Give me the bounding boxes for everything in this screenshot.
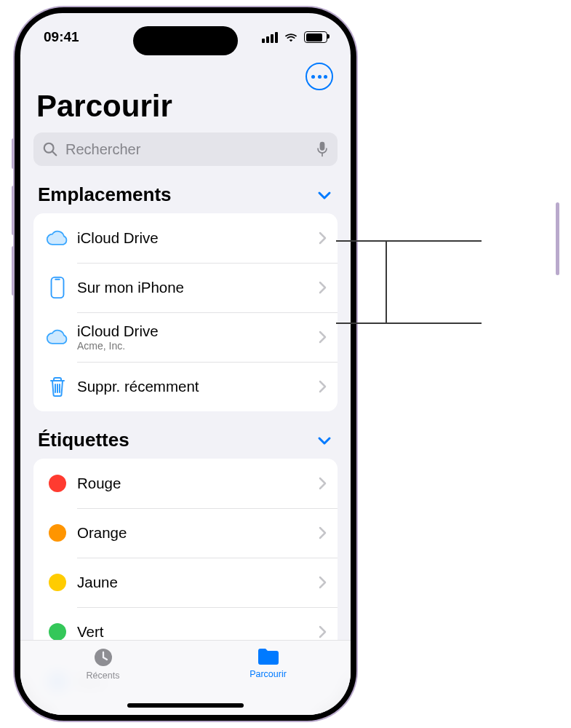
side-button-power <box>556 202 559 275</box>
tags-header[interactable]: Étiquettes <box>38 429 333 451</box>
tab-label: Parcourir <box>249 669 287 679</box>
location-on-my-iphone[interactable]: Sur mon iPhone <box>33 263 338 312</box>
tab-bar: Récents Parcourir <box>20 640 351 715</box>
dynamic-island <box>133 26 238 55</box>
list-item-label: Jaune <box>77 574 319 591</box>
more-menu-button[interactable] <box>306 63 333 90</box>
search-input[interactable] <box>64 141 310 159</box>
list-item-label: Vert <box>77 623 319 641</box>
color-dot-icon <box>49 475 66 492</box>
ellipsis-icon <box>311 75 327 79</box>
chevron-right-icon <box>319 576 327 589</box>
iphone-icon <box>44 276 71 299</box>
icloud-icon <box>44 229 71 248</box>
list-item-label: iCloud Drive <box>77 323 319 340</box>
tag-jaune[interactable]: Jaune <box>33 558 338 607</box>
locations-header[interactable]: Emplacements <box>38 183 333 206</box>
tab-label: Récents <box>87 670 120 681</box>
color-dot-icon <box>49 574 66 591</box>
chevron-right-icon <box>319 380 327 393</box>
chevron-down-icon <box>316 432 333 449</box>
battery-icon <box>304 31 327 43</box>
list-item-label: Rouge <box>77 475 319 492</box>
chevron-down-icon <box>316 186 333 204</box>
cellular-signal-icon <box>262 32 278 43</box>
content-scroll: Parcourir Emplacements <box>20 13 351 715</box>
tab-browse[interactable]: Parcourir <box>185 646 351 679</box>
chevron-right-icon <box>319 331 327 344</box>
screen: 09:41 Parcourir <box>20 13 351 715</box>
icloud-icon <box>44 328 71 347</box>
callout-leader <box>336 323 482 324</box>
color-dot-icon <box>49 623 66 641</box>
chevron-right-icon <box>319 281 327 294</box>
list-item-label: Suppr. récemment <box>77 378 319 395</box>
location-recently-deleted[interactable]: Suppr. récemment <box>33 362 338 411</box>
wifi-icon <box>284 32 298 42</box>
home-indicator[interactable] <box>127 703 244 708</box>
search-icon <box>42 141 58 157</box>
tag-orange[interactable]: Orange <box>33 508 338 558</box>
locations-list: iCloud Drive Sur mon iPhone <box>33 213 338 411</box>
tag-rouge[interactable]: Rouge <box>33 459 338 508</box>
svg-rect-2 <box>320 142 325 151</box>
chevron-right-icon <box>319 232 327 245</box>
chevron-right-icon <box>319 625 327 638</box>
callout-leader <box>386 240 387 323</box>
list-item-sublabel: Acme, Inc. <box>77 340 319 352</box>
page-title: Parcourir <box>36 89 338 124</box>
mic-icon[interactable] <box>316 141 329 157</box>
trash-icon <box>44 376 71 397</box>
svg-line-1 <box>52 151 56 155</box>
color-dot-icon <box>49 524 66 542</box>
list-item-label: Orange <box>77 524 319 542</box>
tab-recents[interactable]: Récents <box>20 646 185 681</box>
clock-icon <box>92 646 114 668</box>
location-icloud-drive-acme[interactable]: iCloud Drive Acme, Inc. <box>33 312 338 362</box>
list-item-label: iCloud Drive <box>77 229 319 247</box>
search-field[interactable] <box>33 132 338 166</box>
list-item-label: Sur mon iPhone <box>77 279 319 296</box>
phone-frame: 09:41 Parcourir <box>15 7 356 721</box>
tags-title: Étiquettes <box>38 429 129 451</box>
status-time: 09:41 <box>44 29 79 45</box>
location-icloud-drive[interactable]: iCloud Drive <box>33 213 338 263</box>
chevron-right-icon <box>319 526 327 539</box>
callout-leader <box>336 240 482 242</box>
locations-title: Emplacements <box>38 183 172 206</box>
chevron-right-icon <box>319 477 327 490</box>
svg-rect-4 <box>52 277 64 298</box>
folder-icon <box>256 646 281 667</box>
